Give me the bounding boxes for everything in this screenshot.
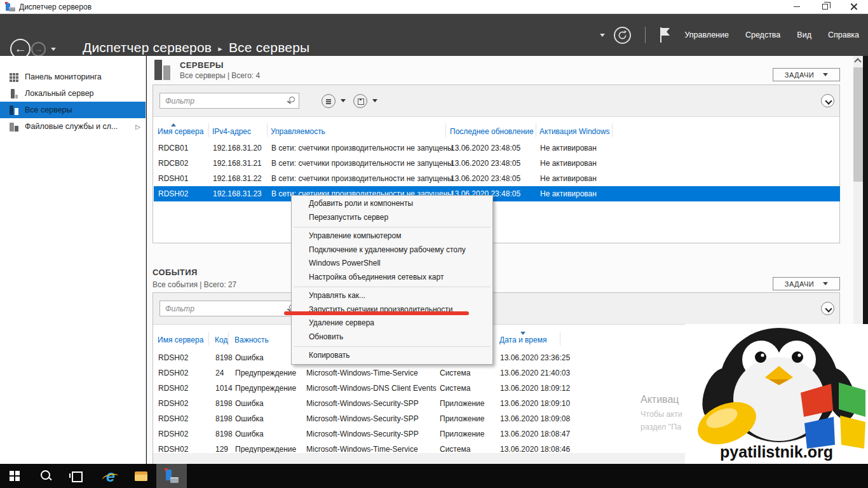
context-menu-item[interactable]: Копировать [292, 349, 492, 363]
column-header[interactable]: Код [215, 336, 227, 344]
task-view-icon [69, 469, 83, 483]
cell-ip: 192.168.31.22 [213, 171, 262, 186]
refresh-button[interactable] [614, 27, 631, 44]
collapse-panel-icon[interactable] [821, 94, 834, 107]
chevron-down-icon[interactable] [372, 99, 377, 102]
server-row[interactable]: RDSH01 192.168.31.22 В сети: счетчики пр… [154, 171, 840, 186]
sidebar-item[interactable]: Файловые службы и сл... ▷ [0, 118, 146, 135]
context-menu-item[interactable]: Добавить роли и компоненты [292, 197, 492, 211]
events-filter-input[interactable] [159, 301, 299, 316]
taskbar-button[interactable] [126, 464, 156, 488]
cell-server-name: RDSH02 [158, 365, 188, 381]
cell-source: Microsoft-Windows-Security-SPP [306, 411, 419, 426]
file-services-icon [10, 122, 19, 132]
sidebar-item[interactable]: Локальный сервер [0, 85, 146, 102]
menu-item[interactable]: Управление [684, 30, 729, 39]
scrollbar-thumb[interactable] [853, 67, 863, 182]
server-row[interactable]: RDCB02 192.168.31.21 В сети: счетчики пр… [154, 156, 840, 171]
minimize-button[interactable] [782, 0, 811, 13]
servers-tasks-button[interactable]: ЗАДАЧИ [773, 68, 840, 81]
taskbar-button[interactable] [61, 464, 92, 488]
column-header[interactable]: Имя сервера [158, 127, 203, 136]
taskbar-button[interactable] [0, 464, 31, 488]
cell-server-name: RDSH02 [158, 396, 188, 411]
column-header[interactable]: Имя сервера [158, 336, 203, 344]
column-header[interactable]: Важность [234, 336, 269, 344]
maximize-button[interactable] [811, 0, 839, 13]
horizontal-scroll-area[interactable] [153, 453, 685, 464]
context-menu-item[interactable]: Подключение к удаленному рабочему столу [292, 243, 492, 257]
cell-ip: 192.168.31.20 [213, 140, 262, 156]
cell-datetime: 13.06.2020 18:09:12 [500, 381, 570, 396]
context-menu-item[interactable]: Обновить [292, 330, 492, 344]
cell-severity: Ошибка [235, 350, 264, 365]
menu-item[interactable]: Справка [828, 30, 859, 39]
breadcrumb-separator-icon: ▸ [218, 43, 222, 53]
column-header[interactable]: IPv4-адрес [212, 127, 251, 136]
events-tasks-button[interactable]: ЗАДАЧИ [773, 277, 840, 290]
servers-filter-input[interactable] [159, 93, 299, 109]
context-menu-item[interactable]: Управлять как... [292, 289, 492, 303]
windows-activation-watermark: Активац Чтобы акти раздел "Па [641, 394, 682, 435]
context-menu-item[interactable] [292, 344, 492, 349]
context-menu-item[interactable]: Перезапустить сервер [292, 211, 492, 225]
cell-event-code: 24 [215, 365, 224, 381]
context-menu-item[interactable]: Удаление сервера [292, 316, 492, 330]
cell-severity: Предупреждение [235, 381, 296, 396]
refresh-icon [618, 30, 627, 40]
breadcrumb-root[interactable]: Диспетчер серверов [83, 40, 212, 55]
history-dropdown-icon[interactable] [51, 48, 56, 51]
query-list-icon[interactable] [322, 94, 336, 108]
navigation-bar: ← → Диспетчер серверов ▸ Все серверы Упр… [0, 14, 868, 56]
cell-log: Система [440, 381, 470, 396]
ie-icon: e [104, 469, 118, 483]
taskbar-button[interactable]: e [95, 464, 126, 488]
sidebar-item[interactable]: Панель мониторинга [0, 69, 146, 85]
cell-event-code: 8198 [215, 350, 233, 365]
start-icon [8, 469, 22, 483]
servers-panel: Имя сервераIPv4-адресУправляемостьПослед… [153, 85, 840, 243]
cell-activation: Не активирован [540, 140, 597, 156]
taskbar-button[interactable] [156, 464, 187, 488]
chevron-down-icon[interactable] [600, 34, 605, 37]
context-menu-item[interactable]: Управление компьютером [292, 229, 492, 243]
dashboard-icon [10, 72, 19, 82]
sidebar-item[interactable]: Все серверы [0, 102, 146, 118]
cell-ip: 192.168.31.23 [213, 186, 262, 201]
flyout-arrow-icon[interactable]: ▷ [135, 123, 140, 130]
events-section-title: СОБЫТИЯ [153, 268, 198, 277]
menu-item[interactable]: Вид [797, 30, 811, 39]
close-button[interactable] [839, 0, 868, 13]
context-menu-item[interactable]: Настройка объединения сетевых карт [292, 271, 492, 285]
server-row[interactable]: RDSH02 192.168.31.23 В сети: счетчики пр… [154, 186, 840, 201]
context-menu-item[interactable] [292, 224, 492, 229]
cell-manageability: В сети: счетчики производительности не з… [271, 140, 453, 156]
cell-server-name: RDCB01 [158, 140, 188, 156]
column-header[interactable]: Дата и время [499, 336, 546, 344]
column-header[interactable]: Управляемость [271, 127, 325, 136]
window-title: Диспетчер серверов [19, 3, 92, 11]
chevron-down-icon[interactable] [341, 99, 346, 102]
context-menu-item[interactable] [292, 284, 492, 289]
column-header[interactable]: Активация Windows [539, 127, 610, 136]
cell-server-name: RDSH02 [158, 426, 188, 442]
context-menu-item[interactable]: Windows PowerShell [292, 257, 492, 271]
all-servers-icon [10, 105, 19, 115]
server-row[interactable]: RDCB01 192.168.31.20 В сети: счетчики пр… [154, 140, 840, 156]
cell-source: Microsoft-Windows-Security-SPP [306, 396, 419, 411]
save-query-icon[interactable] [353, 94, 367, 108]
cell-datetime: 13.06.2020 23:36:25 [500, 350, 570, 365]
cell-server-name: RDSH02 [158, 411, 188, 426]
scroll-up-icon[interactable] [854, 58, 861, 65]
events-section-subtitle: Все события | Всего: 27 [153, 280, 236, 289]
collapse-panel-icon[interactable] [821, 302, 834, 315]
forward-button[interactable]: → [31, 42, 46, 57]
taskbar-button[interactable] [31, 464, 61, 488]
maximize-icon [822, 4, 828, 10]
column-header[interactable]: Последнее обновление [450, 127, 534, 136]
close-icon [850, 3, 857, 10]
servers-table-body: RDCB01 192.168.31.20 В сети: счетчики пр… [154, 140, 840, 201]
menu-item[interactable]: Средства [745, 30, 780, 39]
notifications-flag-icon[interactable] [660, 27, 670, 43]
sort-desc-icon [520, 332, 526, 335]
